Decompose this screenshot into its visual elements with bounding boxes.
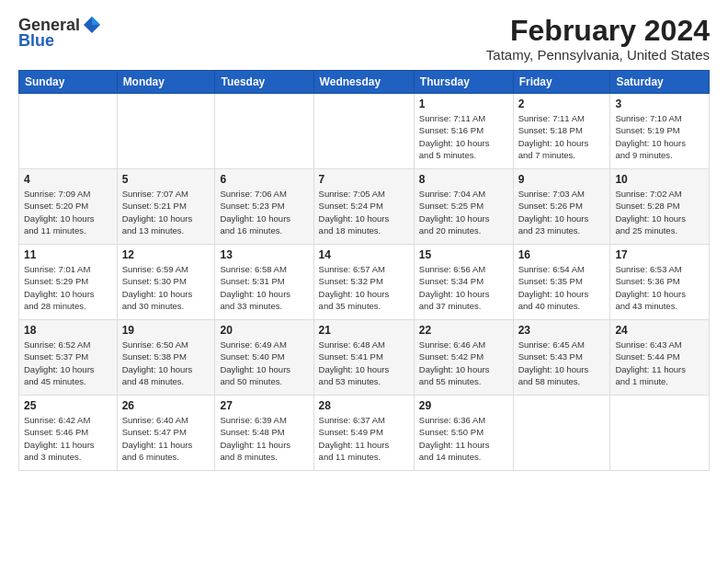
day-info: Sunrise: 6:36 AM Sunset: 5:50 PM Dayligh… bbox=[419, 414, 508, 463]
calendar-week-5: 25Sunrise: 6:42 AM Sunset: 5:46 PM Dayli… bbox=[19, 396, 710, 471]
day-number: 23 bbox=[518, 324, 606, 337]
calendar-cell: 29Sunrise: 6:36 AM Sunset: 5:50 PM Dayli… bbox=[414, 396, 513, 471]
calendar-cell: 7Sunrise: 7:05 AM Sunset: 5:24 PM Daylig… bbox=[313, 169, 414, 245]
day-number: 2 bbox=[518, 98, 606, 110]
calendar-cell: 10Sunrise: 7:02 AM Sunset: 5:28 PM Dayli… bbox=[610, 169, 710, 245]
day-number: 12 bbox=[122, 248, 210, 261]
calendar-header-wednesday: Wednesday bbox=[313, 71, 414, 94]
day-info: Sunrise: 7:11 AM Sunset: 5:16 PM Dayligh… bbox=[419, 112, 508, 161]
calendar-table: SundayMondayTuesdayWednesdayThursdayFrid… bbox=[18, 70, 710, 471]
calendar-cell: 5Sunrise: 7:07 AM Sunset: 5:21 PM Daylig… bbox=[117, 169, 215, 245]
calendar-cell bbox=[117, 94, 215, 169]
logo-icon bbox=[82, 15, 102, 35]
day-info: Sunrise: 6:56 AM Sunset: 5:34 PM Dayligh… bbox=[419, 263, 508, 312]
logo-blue: Blue bbox=[18, 31, 54, 51]
calendar-cell: 18Sunrise: 6:52 AM Sunset: 5:37 PM Dayli… bbox=[19, 320, 118, 396]
day-number: 21 bbox=[319, 324, 409, 337]
day-info: Sunrise: 6:57 AM Sunset: 5:32 PM Dayligh… bbox=[319, 263, 409, 312]
calendar-cell: 4Sunrise: 7:09 AM Sunset: 5:20 PM Daylig… bbox=[19, 169, 118, 245]
day-number: 24 bbox=[615, 324, 704, 337]
page-title: February 2024 bbox=[486, 15, 710, 47]
day-info: Sunrise: 7:04 AM Sunset: 5:25 PM Dayligh… bbox=[419, 188, 508, 236]
calendar-cell bbox=[513, 396, 610, 471]
day-number: 13 bbox=[220, 248, 308, 261]
calendar-cell: 15Sunrise: 6:56 AM Sunset: 5:34 PM Dayli… bbox=[414, 245, 513, 320]
day-number: 8 bbox=[419, 173, 508, 186]
day-number: 6 bbox=[220, 173, 308, 186]
calendar-cell: 12Sunrise: 6:59 AM Sunset: 5:30 PM Dayli… bbox=[117, 245, 215, 320]
day-info: Sunrise: 7:06 AM Sunset: 5:23 PM Dayligh… bbox=[220, 188, 308, 236]
day-info: Sunrise: 6:45 AM Sunset: 5:43 PM Dayligh… bbox=[518, 339, 606, 387]
calendar-cell: 24Sunrise: 6:43 AM Sunset: 5:44 PM Dayli… bbox=[610, 320, 710, 396]
calendar-cell: 1Sunrise: 7:11 AM Sunset: 5:16 PM Daylig… bbox=[414, 94, 513, 169]
day-info: Sunrise: 7:09 AM Sunset: 5:20 PM Dayligh… bbox=[24, 188, 112, 236]
calendar-header-sunday: Sunday bbox=[19, 71, 118, 94]
day-info: Sunrise: 6:54 AM Sunset: 5:35 PM Dayligh… bbox=[518, 263, 606, 312]
calendar-header-row: SundayMondayTuesdayWednesdayThursdayFrid… bbox=[19, 71, 710, 94]
day-info: Sunrise: 7:03 AM Sunset: 5:26 PM Dayligh… bbox=[518, 188, 606, 236]
calendar-cell: 21Sunrise: 6:48 AM Sunset: 5:41 PM Dayli… bbox=[313, 320, 414, 396]
calendar-header-tuesday: Tuesday bbox=[215, 71, 313, 94]
day-number: 28 bbox=[319, 399, 409, 412]
calendar-cell: 20Sunrise: 6:49 AM Sunset: 5:40 PM Dayli… bbox=[215, 320, 313, 396]
calendar-cell: 14Sunrise: 6:57 AM Sunset: 5:32 PM Dayli… bbox=[313, 245, 414, 320]
calendar-cell: 2Sunrise: 7:11 AM Sunset: 5:18 PM Daylig… bbox=[513, 94, 610, 169]
calendar-cell: 11Sunrise: 7:01 AM Sunset: 5:29 PM Dayli… bbox=[19, 245, 118, 320]
calendar-cell: 17Sunrise: 6:53 AM Sunset: 5:36 PM Dayli… bbox=[610, 245, 710, 320]
title-block: February 2024 Tatamy, Pennsylvania, Unit… bbox=[486, 15, 710, 63]
day-number: 19 bbox=[122, 324, 210, 337]
page-subtitle: Tatamy, Pennsylvania, United States bbox=[486, 47, 710, 63]
calendar-cell bbox=[215, 94, 313, 169]
calendar-cell: 13Sunrise: 6:58 AM Sunset: 5:31 PM Dayli… bbox=[215, 245, 313, 320]
header: General Blue February 2024 Tatamy, Penns… bbox=[18, 15, 710, 63]
calendar-cell: 16Sunrise: 6:54 AM Sunset: 5:35 PM Dayli… bbox=[513, 245, 610, 320]
calendar-cell: 8Sunrise: 7:04 AM Sunset: 5:25 PM Daylig… bbox=[414, 169, 513, 245]
day-info: Sunrise: 6:37 AM Sunset: 5:49 PM Dayligh… bbox=[319, 414, 409, 463]
calendar-cell bbox=[610, 396, 710, 471]
day-info: Sunrise: 6:46 AM Sunset: 5:42 PM Dayligh… bbox=[419, 339, 508, 387]
day-info: Sunrise: 6:53 AM Sunset: 5:36 PM Dayligh… bbox=[615, 263, 704, 312]
day-number: 7 bbox=[319, 173, 409, 186]
calendar-cell: 23Sunrise: 6:45 AM Sunset: 5:43 PM Dayli… bbox=[513, 320, 610, 396]
calendar-header-monday: Monday bbox=[117, 71, 215, 94]
calendar-header-saturday: Saturday bbox=[610, 71, 710, 94]
day-number: 20 bbox=[220, 324, 308, 337]
calendar-cell: 22Sunrise: 6:46 AM Sunset: 5:42 PM Dayli… bbox=[414, 320, 513, 396]
day-info: Sunrise: 7:10 AM Sunset: 5:19 PM Dayligh… bbox=[615, 112, 704, 161]
day-info: Sunrise: 7:05 AM Sunset: 5:24 PM Dayligh… bbox=[319, 188, 409, 236]
day-number: 27 bbox=[220, 399, 308, 412]
calendar-cell: 19Sunrise: 6:50 AM Sunset: 5:38 PM Dayli… bbox=[117, 320, 215, 396]
calendar-week-2: 4Sunrise: 7:09 AM Sunset: 5:20 PM Daylig… bbox=[19, 169, 710, 245]
logo: General Blue bbox=[18, 15, 102, 51]
day-number: 3 bbox=[615, 98, 704, 110]
day-number: 5 bbox=[122, 173, 210, 186]
day-number: 26 bbox=[122, 399, 210, 412]
day-info: Sunrise: 6:48 AM Sunset: 5:41 PM Dayligh… bbox=[319, 339, 409, 387]
calendar-cell: 6Sunrise: 7:06 AM Sunset: 5:23 PM Daylig… bbox=[215, 169, 313, 245]
day-info: Sunrise: 7:02 AM Sunset: 5:28 PM Dayligh… bbox=[615, 188, 704, 236]
day-number: 10 bbox=[615, 173, 704, 186]
day-number: 18 bbox=[24, 324, 112, 337]
day-info: Sunrise: 6:39 AM Sunset: 5:48 PM Dayligh… bbox=[220, 414, 308, 463]
day-number: 1 bbox=[419, 98, 508, 110]
day-number: 9 bbox=[518, 173, 606, 186]
day-info: Sunrise: 7:07 AM Sunset: 5:21 PM Dayligh… bbox=[122, 188, 210, 236]
day-number: 14 bbox=[319, 248, 409, 261]
day-number: 16 bbox=[518, 248, 606, 261]
day-info: Sunrise: 6:42 AM Sunset: 5:46 PM Dayligh… bbox=[24, 414, 112, 463]
calendar-cell bbox=[313, 94, 414, 169]
day-info: Sunrise: 6:43 AM Sunset: 5:44 PM Dayligh… bbox=[615, 339, 704, 387]
day-number: 22 bbox=[419, 324, 508, 337]
calendar-cell: 28Sunrise: 6:37 AM Sunset: 5:49 PM Dayli… bbox=[313, 396, 414, 471]
day-number: 11 bbox=[24, 248, 112, 261]
calendar-cell: 3Sunrise: 7:10 AM Sunset: 5:19 PM Daylig… bbox=[610, 94, 710, 169]
day-number: 4 bbox=[24, 173, 112, 186]
calendar-cell: 25Sunrise: 6:42 AM Sunset: 5:46 PM Dayli… bbox=[19, 396, 118, 471]
svg-marker-1 bbox=[92, 17, 100, 25]
calendar-week-3: 11Sunrise: 7:01 AM Sunset: 5:29 PM Dayli… bbox=[19, 245, 710, 320]
day-number: 25 bbox=[24, 399, 112, 412]
calendar-header-thursday: Thursday bbox=[414, 71, 513, 94]
day-info: Sunrise: 6:40 AM Sunset: 5:47 PM Dayligh… bbox=[122, 414, 210, 463]
page: General Blue February 2024 Tatamy, Penns… bbox=[0, 0, 728, 563]
day-info: Sunrise: 7:01 AM Sunset: 5:29 PM Dayligh… bbox=[24, 263, 112, 312]
